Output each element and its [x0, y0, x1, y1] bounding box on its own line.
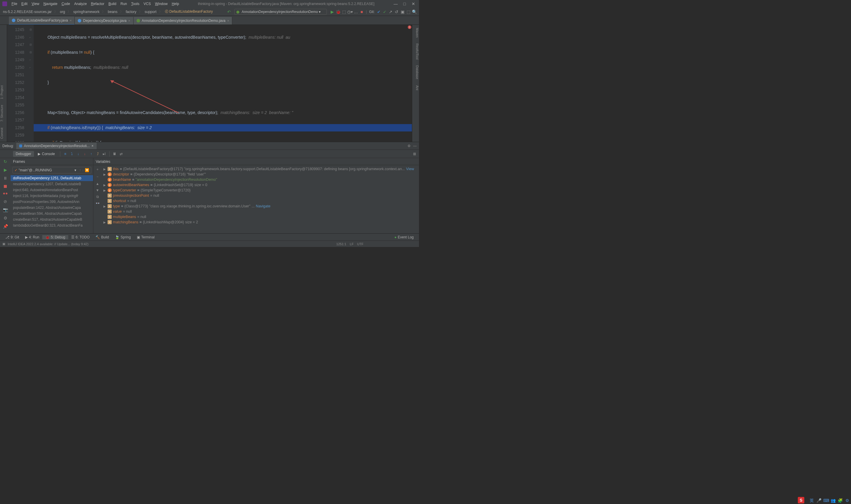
menu-view[interactable]: View [30, 2, 41, 6]
breakpoints-icon[interactable]: ●● [3, 191, 8, 196]
run-to-cursor-icon[interactable]: ▸I [102, 152, 107, 156]
step-over-icon[interactable]: ⤵ [69, 152, 74, 156]
menu-tools[interactable]: Tools [129, 2, 142, 6]
layout-icon[interactable]: ⊞ [412, 152, 417, 156]
debug-settings-icon[interactable]: ⚙ [3, 216, 8, 221]
debug-settings-icon[interactable]: ⚙ [408, 144, 411, 148]
breadcrumb-springframework[interactable]: springframework [72, 10, 101, 14]
resume-icon[interactable]: ▶ [3, 167, 8, 173]
frame-item[interactable]: doResolveDependency:1251, DefaultListab [11, 175, 93, 181]
debug-session-tab[interactable]: AnnotationDependencyInjectionResoluti...… [16, 143, 97, 149]
line-ending[interactable]: LF [350, 242, 354, 246]
run-icon[interactable]: ▶ [329, 10, 335, 14]
breadcrumb-jar[interactable]: ns-5.2.2.RELEASE-sources.jar [2, 10, 53, 14]
rerun-icon[interactable]: ↻ [3, 159, 8, 165]
search-everywhere-icon[interactable]: 🔍 [411, 10, 417, 14]
frame-item[interactable]: createBean:517, AbstractAutowireCapableB [11, 217, 93, 222]
view-link[interactable]: View [406, 167, 414, 171]
up-icon[interactable]: ▲ [96, 182, 99, 186]
code-content[interactable]: Object multipleBeans = resolveMultipleBe… [34, 25, 412, 142]
console-tab[interactable]: ▶ Console [35, 151, 58, 157]
add-watch-icon[interactable]: ＋ [96, 167, 99, 172]
toolwindow-commit[interactable]: Commit [0, 128, 7, 139]
get-thread-dump-icon[interactable]: 📷 [3, 208, 8, 213]
glasses-icon[interactable]: 👓 [95, 201, 100, 205]
menu-file[interactable]: FFileile [10, 2, 19, 6]
attach-icon[interactable]: … [353, 10, 359, 14]
copy-icon[interactable]: ⧉ [96, 195, 99, 199]
tab-defaultlistablebeanfactory[interactable]: DefaultListableBeanFactory.java × [9, 17, 75, 24]
step-into-icon[interactable]: ↓ [76, 152, 81, 156]
menu-window[interactable]: Window [153, 2, 169, 6]
toolwindow-maven[interactable]: Maven [412, 28, 419, 37]
mute-breakpoints-icon[interactable]: ⊘ [3, 199, 8, 204]
caret-position[interactable]: 1251:1 [336, 242, 346, 246]
breadcrumb-class[interactable]: ⓒ DefaultListableBeanFactory [164, 9, 214, 14]
frame-item[interactable]: resolveDependency:1207, DefaultListableB [11, 181, 93, 187]
menu-refactor[interactable]: Refactor [89, 2, 106, 6]
breadcrumb-org[interactable]: org [59, 10, 66, 14]
error-indicator-icon[interactable]: ! [408, 25, 411, 29]
menu-run[interactable]: Run [119, 2, 129, 6]
toolwindow-structure[interactable]: 7: Structure [0, 105, 7, 122]
git-push-icon[interactable]: ↗ [388, 10, 394, 14]
breadcrumb-beans[interactable]: beans [107, 10, 119, 14]
status-message[interactable]: IntelliJ IDEA 2022.2.4 available: // Upd… [8, 242, 88, 246]
frame-item[interactable]: inject:116, InjectionMetadata (org.sprin… [11, 193, 93, 199]
fold-column[interactable]: ⊟⌐ ⊟⊟⌐⌐ [30, 25, 34, 142]
show-exec-point-icon[interactable]: ≡ [62, 152, 68, 156]
step-out-icon[interactable]: ↑ [89, 152, 94, 156]
status-git[interactable]: ⎇ 9: Git [2, 235, 22, 239]
file-encoding[interactable]: UTF [357, 242, 363, 246]
frame-item[interactable]: populateBean:1422, AbstractAutowireCapa [11, 205, 93, 211]
debug-hide-icon[interactable]: — [413, 144, 417, 148]
frames-list[interactable]: doResolveDependency:1251, DefaultListab … [11, 175, 93, 233]
tab-dependencydescriptor[interactable]: DependencyDescriptor.java × [75, 17, 133, 24]
menu-help[interactable]: Help [169, 2, 181, 6]
breadcrumb-support[interactable]: support [144, 10, 158, 14]
remove-watch-icon[interactable]: － [96, 174, 99, 179]
pin-icon[interactable]: 📌 [3, 224, 8, 229]
menu-navigate[interactable]: Navigate [41, 2, 59, 6]
evaluate-icon[interactable]: 🖩 [112, 152, 117, 156]
stop-debug-icon[interactable] [4, 185, 7, 188]
run-configuration-dropdown[interactable]: AnnotationDependencyInjectionResolutionD… [234, 9, 327, 15]
navigate-link[interactable]: Navigate [256, 204, 270, 208]
git-rollback-icon[interactable]: ▣ [399, 10, 405, 14]
status-event-log[interactable]: ● Event Log [392, 235, 417, 239]
debug-icon[interactable]: 🐞 [335, 10, 341, 14]
toolwindow-database[interactable]: Database [412, 65, 419, 79]
menu-build[interactable]: Build [106, 2, 119, 6]
status-spring[interactable]: 🍃 Spring [112, 235, 134, 239]
menu-edit[interactable]: Edit [19, 2, 30, 6]
frame-item[interactable]: doCreateBean:594, AbstractAutowireCapab [11, 211, 93, 217]
close-tab-icon[interactable]: × [128, 19, 130, 22]
toolwindow-toggle-icon[interactable]: ▣ [2, 242, 5, 246]
breadcrumb-factory[interactable]: factory [125, 10, 138, 14]
frame-item[interactable]: lambda$doGetBean$0:323, AbstractBeanFa [11, 222, 93, 228]
status-debug[interactable]: 🐞 5: Debug [42, 235, 68, 239]
force-step-into-icon[interactable]: ↓ [82, 152, 88, 156]
close-button[interactable]: ✕ [409, 1, 418, 6]
stop-icon[interactable]: ■ [359, 10, 365, 14]
status-run[interactable]: ▶ 4: Run [22, 235, 42, 239]
coverage-icon[interactable]: ⬚ [341, 10, 347, 14]
close-tab-icon[interactable]: × [227, 19, 229, 22]
back-icon[interactable]: ↶ [226, 10, 232, 14]
git-commit-icon[interactable]: ✓ [382, 10, 388, 14]
menu-analyze[interactable]: Analyze [72, 2, 89, 6]
frame-item[interactable]: postProcessProperties:399, AutowiredAnn [11, 199, 93, 205]
menu-code[interactable]: Code [59, 2, 72, 6]
ide-settings-icon[interactable]: ⬚ [405, 10, 411, 14]
close-session-icon[interactable]: × [92, 144, 94, 148]
toolwindow-project[interactable]: 1: Project [0, 85, 7, 99]
drop-frame-icon[interactable]: ⤴ [95, 152, 101, 156]
toolwindow-ant[interactable]: Ant [412, 85, 419, 90]
minimize-button[interactable]: — [391, 1, 400, 6]
debugger-tab[interactable]: Debugger [13, 151, 34, 157]
pause-icon[interactable]: ⏸ [3, 176, 8, 181]
maximize-button[interactable]: □ [400, 1, 409, 6]
code-editor[interactable]: 12451246 12471248 12491250 12511252 1253… [7, 25, 412, 142]
down-icon[interactable]: ▼ [96, 188, 99, 192]
trace-icon[interactable]: ⇄ [119, 152, 124, 156]
